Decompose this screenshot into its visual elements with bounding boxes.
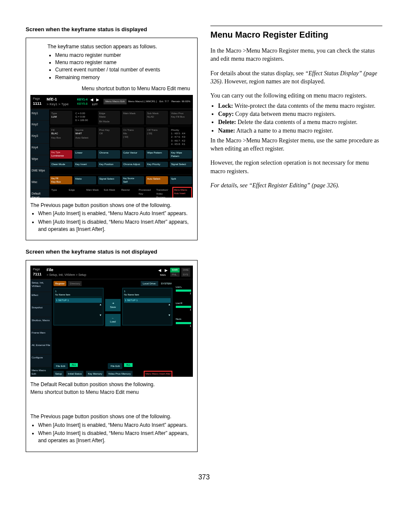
paragraph: However, the region selection operation … [210, 159, 382, 175]
cell[interactable]: Resizer [120, 187, 136, 197]
cell[interactable]: Proc KeyOff [98, 127, 120, 147]
row-label[interactable]: DME Wipe [30, 166, 49, 178]
bot-cell[interactable]: Key Memory [86, 371, 104, 377]
tab-sys[interactable]: SYS [181, 272, 190, 277]
cell[interactable]: Clean Mode [50, 162, 72, 167]
cell[interactable]: Key Position [98, 162, 120, 167]
bot-cell[interactable]: Video Proc Memory [106, 371, 133, 377]
cell[interactable]: Signal Select [170, 162, 192, 167]
bot-cell[interactable]: Setup [53, 371, 64, 377]
nav-arrows[interactable]: ◀ ▶5421 [158, 268, 168, 277]
breadcrumb: > Setup, Init, VKMem > Setup [47, 273, 86, 277]
key-tab-1[interactable]: KEY1-4 [77, 98, 88, 102]
side-item[interactable]: Frame Mem [30, 329, 52, 342]
local-drive[interactable]: Local Drive: [141, 281, 159, 286]
row-label[interactable]: Wipe [30, 155, 49, 166]
cell[interactable]: Video ProcKey Fill Bus [170, 111, 192, 124]
cell[interactable]: Sub Mask [103, 187, 118, 197]
cell[interactable]: FillBLACKey Bus [50, 127, 72, 147]
file-edit-button[interactable]: File Edit [53, 363, 68, 369]
cell[interactable]: Key Priority [146, 162, 168, 167]
directory-button[interactable]: Directory [68, 281, 82, 286]
cell[interactable]: On TransMix[ 50] [122, 127, 144, 147]
row-label[interactable]: Default Recall [30, 189, 49, 197]
list-item: Name: Attach a name to a menu macro regi… [218, 127, 382, 135]
cell[interactable]: Sub MaskNLAD [146, 111, 168, 124]
side-item[interactable]: All, External File [30, 342, 52, 354]
rside-list-l[interactable]: List L1 [176, 285, 191, 296]
figure-keyframe-not-displayed: Page 7111 File > Setup, Init, VKMem > Se… [26, 260, 198, 452]
cell: C = 0.00G = 0.00D = 100.00 [74, 111, 96, 124]
cell[interactable]: EdgeMatteBrl Mode [98, 111, 120, 124]
cell[interactable]: Chroma [98, 150, 120, 159]
left-panel[interactable]: 1 No Name Item 1 SETUP 1 ▲▼ [53, 288, 103, 325]
cell[interactable]: Key SourceSelf [122, 176, 144, 184]
paragraph: In the Macro >Menu Macro Register menu, … [210, 47, 382, 63]
cell[interactable]: Color Vector [122, 150, 144, 159]
row-label[interactable]: Key1 [30, 109, 49, 121]
cell[interactable]: Signal Select [98, 176, 120, 184]
tab-pnl[interactable]: PNL [170, 272, 180, 277]
cell[interactable]: SourceWHITAuto Select [74, 127, 96, 147]
row-label[interactable]: Key2 [30, 120, 49, 132]
tab-dme[interactable]: DME [181, 268, 190, 272]
page-label: Page [33, 267, 41, 272]
bot-cell[interactable]: Initial Status [66, 371, 84, 377]
after-bullet: When [Auto Insert] is enabled, “Menu Mac… [38, 210, 193, 217]
list-item: Delete: Delete the data contents of a me… [218, 118, 382, 126]
cell[interactable]: Type [50, 187, 66, 197]
cell[interactable]: Edge [68, 187, 83, 197]
side-item[interactable]: Effect [30, 292, 52, 304]
cell[interactable]: Key Wipe Pattern [170, 150, 192, 159]
row-label[interactable]: Key3 [30, 132, 49, 143]
paragraph: In the Macro >Menu Macro Register menu, … [210, 136, 382, 153]
menu-macro-edit-button[interactable]: Menu Macro Edit [103, 99, 126, 104]
side-item[interactable]: Snapshot [30, 304, 52, 316]
cell[interactable]: Main Mask [85, 187, 101, 197]
row-label[interactable]: Misc [30, 178, 49, 189]
file-title: File [47, 267, 86, 273]
cell[interactable]: Split [170, 176, 192, 184]
cell[interactable]: Main Mask [122, 111, 144, 124]
system-label: SYSTEM [160, 281, 172, 286]
paragraph-ref: For details, see “Effect Register Editin… [210, 181, 382, 189]
rside-list-r[interactable]: List R1 [176, 301, 191, 312]
tab-swr[interactable]: SWR [170, 268, 180, 272]
side-item-menu-macro-edit[interactable]: Menu Macro Edit [30, 367, 52, 377]
menu-macro-auto-insert-button[interactable]: Menu Macro Auto Insert [172, 187, 192, 197]
cell[interactable]: Key TypeLuminance [50, 150, 72, 159]
side-item[interactable]: Shotbox, Macro [30, 317, 52, 329]
file-edit-button[interactable]: File Edit [108, 363, 122, 369]
cell[interactable]: Wipe Pattern [146, 150, 168, 159]
cell[interactable]: Key FillKey Bus [50, 176, 72, 184]
rside-num[interactable]: Num1 [176, 317, 191, 328]
cell[interactable]: Chroma Adjust [122, 162, 144, 167]
panel-row[interactable]: 1 SETUP 1 [124, 298, 171, 302]
intro-bullet: Current event number / total number of e… [55, 66, 193, 74]
cell[interactable]: Matte [74, 176, 96, 184]
cell[interactable]: Linear [74, 150, 96, 159]
key-tab-2[interactable]: KEY5-8 [77, 102, 88, 106]
cell[interactable]: TypeLUM [50, 111, 72, 124]
row-label[interactable]: Key4 [30, 143, 49, 155]
cell[interactable]: Transition/ Video Process [155, 187, 171, 197]
right-panel[interactable]: 1 No Name Item 1 SETUP 1 ▲▼ [122, 288, 172, 325]
side-item[interactable]: Setup, Init, VKMem [30, 279, 52, 292]
register-button[interactable]: Register [53, 281, 66, 286]
cell[interactable]: Auto Select [146, 176, 168, 184]
cell[interactable]: Processed Key [137, 187, 153, 197]
menu-macro-insert-after-button[interactable]: Menu Macro Insert After [144, 371, 172, 377]
intro-bullet: Menu macro register number [55, 52, 193, 59]
all-button[interactable]: ALL [124, 363, 133, 367]
cell[interactable]: Key Invert [74, 162, 96, 167]
save-button[interactable]: ➜Save [105, 299, 121, 311]
panel-row[interactable]: 1 SETUP 1 [55, 298, 102, 302]
load-button[interactable]: ←Load [105, 314, 121, 326]
cell[interactable]: Off Trans[ 50] [146, 127, 168, 147]
all-button[interactable]: ALL [70, 363, 78, 367]
cell-priority: Priority1 : K8 5 : K42 : K7 6 : K33 : K6… [170, 127, 192, 147]
page-number: 7111 [33, 272, 41, 277]
side-item[interactable]: Configure [30, 354, 52, 366]
nav-arrows[interactable]: ◀ ▶1177 [90, 97, 100, 106]
divider [210, 26, 382, 26]
